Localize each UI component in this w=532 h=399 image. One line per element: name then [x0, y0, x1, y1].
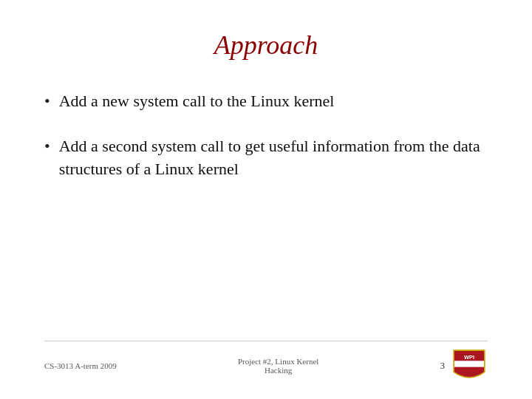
svg-text:WPI: WPI: [464, 354, 474, 361]
page-number: 3: [440, 360, 446, 372]
bullet-text-1: Add a new system call to the Linux kerne…: [59, 90, 335, 113]
svg-text:WPI: WPI: [465, 366, 473, 371]
footer-left-text: CS-3013 A-term 2009: [44, 361, 117, 370]
slide: Approach • Add a new system call to the …: [0, 0, 532, 399]
bullet-item-2: • Add a second system call to get useful…: [44, 135, 488, 181]
footer-right: 3 WPI WPI: [440, 347, 488, 384]
footer-center-text: Project #2, Linux Kernel Hacking: [238, 357, 318, 375]
bullet-text-2: Add a second system call to get useful i…: [59, 135, 488, 181]
slide-footer: CS-3013 A-term 2009 Project #2, Linux Ke…: [44, 341, 488, 384]
slide-content: • Add a new system call to the Linux ker…: [44, 83, 488, 341]
bullet-item-1: • Add a new system call to the Linux ker…: [44, 90, 488, 113]
slide-title: Approach: [44, 30, 488, 61]
wpi-logo: WPI WPI: [451, 347, 488, 384]
bullet-dot-2: •: [44, 135, 50, 158]
bullet-dot-1: •: [44, 90, 50, 113]
